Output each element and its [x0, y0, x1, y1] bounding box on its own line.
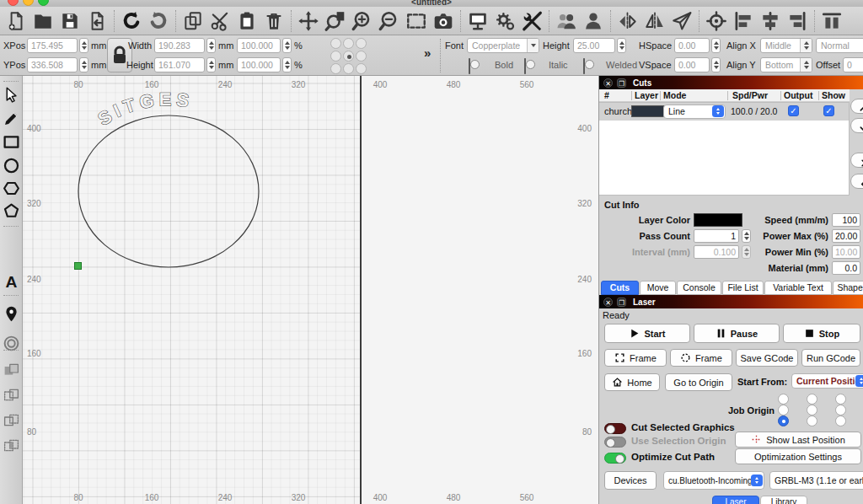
flip-horizontal-button[interactable] — [641, 8, 668, 34]
save-gcode-button[interactable]: Save GCode — [736, 349, 798, 367]
welded-toggle[interactable] — [583, 58, 585, 74]
tab-cuts[interactable]: Cuts — [601, 281, 639, 295]
optimization-settings-button[interactable]: Optimization Settings — [735, 448, 861, 464]
interval-field[interactable]: 0.100 — [694, 245, 739, 259]
zoom-to-page-button[interactable] — [322, 8, 349, 34]
redo-button[interactable] — [145, 8, 172, 34]
tab-move[interactable]: Move — [640, 281, 676, 295]
origin-dot-top-left[interactable] — [330, 38, 341, 49]
layer-down-button[interactable] — [850, 118, 863, 133]
boolean-intersect-tool-button[interactable] — [2, 435, 21, 455]
text-height-stepper[interactable] — [617, 38, 626, 53]
weld-shapes-tool-button[interactable] — [2, 359, 21, 379]
send-to-laser-button[interactable] — [668, 8, 695, 34]
height-stepper[interactable] — [206, 57, 216, 72]
width-percent-stepper[interactable] — [282, 38, 292, 53]
show-checkbox[interactable]: ✓ — [823, 105, 834, 116]
height-percent-stepper[interactable] — [282, 57, 292, 72]
focus-target-button[interactable] — [703, 8, 730, 34]
xpos-field[interactable]: 175.495 — [27, 38, 78, 53]
width-percent-field[interactable]: 100.000 — [237, 38, 281, 53]
align-left-button[interactable] — [730, 8, 757, 34]
camera-button[interactable] — [430, 8, 457, 34]
position-marker-tool-button[interactable] — [2, 303, 21, 324]
output-checkbox[interactable]: ✓ — [788, 105, 799, 116]
design-ellipse[interactable] — [78, 115, 259, 267]
go-to-origin-button[interactable]: Go to Origin — [665, 373, 732, 391]
panel-tab-laser[interactable]: Laser — [712, 496, 759, 504]
vspace-stepper[interactable] — [711, 57, 721, 72]
job-origin-bottom-right[interactable] — [835, 416, 846, 426]
layer-right-button[interactable] — [850, 153, 863, 168]
close-icon[interactable]: ✕ — [603, 78, 613, 88]
layer-left-button[interactable] — [850, 174, 863, 189]
align-y-combo[interactable]: Bottom — [760, 57, 812, 72]
boolean-subtract-tool-button[interactable] — [2, 410, 21, 430]
offset-field[interactable]: 0 — [843, 57, 863, 72]
show-last-position-button[interactable]: Show Last Position — [735, 432, 861, 448]
origin-dot-top-center[interactable] — [343, 38, 354, 49]
height-field[interactable]: 161.070 — [154, 57, 205, 72]
origin-dot-bottom-right[interactable] — [356, 63, 367, 74]
layer-color-swatch[interactable] — [631, 105, 665, 117]
devices-button[interactable]: Devices — [604, 471, 657, 490]
save-file-button[interactable] — [56, 8, 83, 34]
align-center-button[interactable] — [757, 8, 784, 34]
origin-dot-bottom-left[interactable] — [330, 63, 341, 74]
bold-toggle[interactable] — [469, 58, 470, 74]
frame-square-button[interactable]: Frame — [604, 349, 667, 367]
frame-selection-button[interactable] — [403, 8, 430, 34]
design-curved-text[interactable]: SITGES — [94, 88, 195, 130]
pan-view-button[interactable] — [295, 8, 322, 34]
close-icon[interactable]: ✕ — [603, 298, 613, 307]
align-right-button[interactable] — [784, 8, 811, 34]
job-origin-top-left[interactable] — [778, 394, 789, 405]
multi-user-button[interactable] — [553, 8, 580, 34]
new-file-button[interactable] — [3, 8, 29, 34]
vspace-field[interactable]: 0.00 — [674, 57, 710, 72]
select-tool-button[interactable] — [2, 84, 21, 105]
copy-button[interactable] — [180, 8, 206, 34]
xpos-stepper[interactable] — [79, 38, 88, 53]
distribute-button[interactable] — [818, 8, 845, 34]
home-button[interactable]: Home — [604, 373, 660, 391]
object-origin-selector[interactable] — [330, 38, 367, 74]
single-user-button[interactable] — [580, 8, 607, 34]
run-gcode-button[interactable]: Run GCode — [801, 349, 860, 367]
optimize-cut-path-toggle[interactable] — [604, 453, 626, 464]
toolbar-overflow-chevron[interactable]: » — [424, 46, 431, 60]
cut-layers-list[interactable]: churchLine100.0 / 20.0✓✓ — [599, 102, 850, 196]
text-style-combo[interactable]: Normal — [816, 38, 863, 53]
import-file-button[interactable] — [83, 8, 110, 34]
job-origin-middle-left[interactable] — [778, 405, 789, 416]
origin-dot-middle-left[interactable] — [330, 51, 341, 62]
height-percent-field[interactable]: 100.000 — [237, 57, 281, 72]
float-panel-icon[interactable]: ❐ — [617, 78, 626, 88]
italic-toggle[interactable] — [524, 58, 526, 74]
hspace-field[interactable]: 0.00 — [674, 38, 710, 53]
delete-button[interactable] — [260, 8, 287, 34]
job-origin-top-center[interactable] — [807, 394, 817, 405]
float-panel-icon[interactable]: ❐ — [617, 298, 626, 307]
ellipse-tool-button[interactable] — [2, 155, 21, 175]
job-origin-middle-right[interactable] — [835, 405, 846, 416]
pass-count-field[interactable]: 1 — [694, 229, 739, 243]
zoom-out-button[interactable] — [376, 8, 403, 34]
use-selection-origin-toggle[interactable] — [604, 437, 626, 448]
zoom-in-button[interactable] — [349, 8, 376, 34]
boolean-union-tool-button[interactable] — [2, 384, 21, 405]
polygon-tool-button[interactable] — [2, 178, 21, 198]
stop-button[interactable]: Stop — [783, 324, 860, 343]
tab-shape-properties[interactable]: Shape Properties — [833, 281, 863, 295]
draw-lines-tool-button[interactable] — [2, 108, 21, 128]
job-origin-marker[interactable] — [74, 262, 82, 270]
undo-button[interactable] — [118, 8, 145, 34]
pause-button[interactable]: Pause — [694, 324, 780, 343]
tab-variable-text[interactable]: Variable Text — [764, 281, 832, 295]
cut-layer-row[interactable]: churchLine100.0 / 20.0✓✓ — [599, 103, 849, 121]
origin-dot-middle-right[interactable] — [356, 51, 367, 62]
job-origin-bottom-center[interactable] — [807, 416, 817, 426]
ypos-field[interactable]: 336.508 — [27, 57, 78, 72]
tab-file-list[interactable]: File List — [722, 281, 764, 295]
text-tool-button[interactable]: A — [2, 271, 21, 292]
